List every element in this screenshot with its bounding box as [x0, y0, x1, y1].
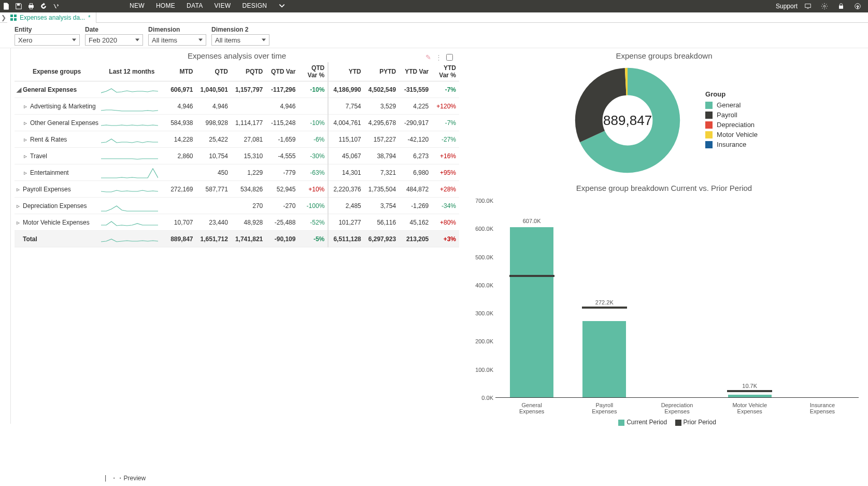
table-checkbox[interactable]	[446, 54, 453, 61]
tree-toggle-icon[interactable]: ▹	[24, 119, 29, 127]
tree-toggle-icon[interactable]: ◢	[17, 86, 22, 93]
x-label: InsuranceExpenses	[786, 402, 859, 414]
more-icon[interactable]: ⋮	[435, 53, 442, 61]
new-doc-icon[interactable]	[0, 0, 12, 12]
table-row[interactable]: ▹Motor Vehicle Expenses 10,707 23,440 48…	[15, 214, 459, 231]
col-ytd[interactable]: YTD	[328, 62, 364, 81]
table-row[interactable]: ▹Travel 2,860 10,754 15,310 -4,555 -30% …	[15, 148, 459, 164]
col-expense-groups[interactable]: Expense groups	[15, 62, 99, 81]
gear-icon[interactable]	[818, 0, 831, 12]
y-tick: 200.0K	[475, 338, 493, 344]
menu-data[interactable]: DATA	[187, 2, 203, 11]
bar-slot[interactable]: 607.0K	[495, 201, 568, 398]
filter-dimension2-label: Dimension 2	[211, 26, 269, 33]
filter-dimension-label: Dimension	[148, 26, 206, 33]
svg-rect-9	[10, 15, 13, 17]
svg-text:?: ?	[857, 5, 859, 9]
table-row[interactable]: ◢General Expenses 606,971 1,040,501 1,15…	[15, 81, 459, 98]
bar-slot[interactable]	[786, 201, 859, 398]
donut-title: Expense groups breakdown	[464, 51, 864, 60]
col-qtdvarp[interactable]: QTD Var %	[298, 62, 328, 81]
legend-item[interactable]: General	[705, 101, 758, 109]
legend-item[interactable]: Payroll	[705, 111, 758, 119]
menu-home[interactable]: HOME	[156, 2, 175, 11]
col-ytdvar[interactable]: YTD Var	[399, 62, 432, 81]
bar-slot[interactable]	[641, 201, 713, 398]
donut-chart[interactable]: 889,847	[571, 63, 685, 177]
bar-title: Expense group breakdown Current vs. Prio…	[464, 184, 864, 192]
filter-entity-dropdown[interactable]: Xero	[15, 34, 80, 46]
svg-point-5	[823, 5, 826, 7]
y-tick: 300.0K	[475, 310, 493, 316]
table-row[interactable]: ▹Payroll Expenses 272,169 587,771 534,82…	[15, 181, 459, 198]
y-tick: 400.0K	[475, 282, 493, 288]
y-tick: 0.0K	[481, 395, 493, 401]
top-toolbar: NEW HOME DATA VIEW DESIGN Support ?	[0, 0, 868, 12]
col-pytd[interactable]: PYTD	[364, 62, 399, 81]
edit-icon[interactable]: ✎	[425, 53, 431, 61]
bar-slot[interactable]: 272.2K	[568, 201, 641, 398]
svg-rect-2	[30, 4, 32, 6]
expense-table: Expense groups Last 12 months MTD QTD PQ…	[15, 62, 459, 247]
menu-design[interactable]: DESIGN	[242, 2, 267, 11]
legend-item[interactable]: Depreciation	[705, 121, 758, 129]
lock-icon[interactable]	[835, 0, 847, 12]
bar-slot[interactable]: 10.7K	[714, 201, 786, 398]
col-mtd[interactable]: MTD	[165, 62, 196, 81]
legend-item[interactable]: Motor Vehicle	[705, 131, 758, 138]
y-tick: 500.0K	[475, 254, 493, 260]
sheet-icon	[10, 15, 17, 21]
filter-date-dropdown[interactable]: Feb 2020	[85, 34, 143, 46]
tree-toggle-icon[interactable]: ▹	[24, 103, 29, 110]
svg-rect-12	[14, 18, 17, 21]
tree-toggle-icon[interactable]: ▹	[24, 152, 29, 160]
bar-legend: Current Period Prior Period	[464, 419, 864, 426]
filter-dimension-dropdown[interactable]: All items	[148, 34, 206, 46]
donut-center-value: 889,847	[571, 63, 685, 177]
preview-label: | ・・Preview	[104, 474, 146, 483]
col-last12m[interactable]: Last 12 months	[99, 62, 164, 81]
bar-chart[interactable]: 700.0K600.0K500.0K400.0K300.0K200.0K100.…	[464, 196, 864, 424]
menu-view[interactable]: VIEW	[215, 2, 231, 11]
table-row[interactable]: ▹Entertainment 450 1,229 -779 -63% 14,30…	[15, 164, 459, 181]
tree-toggle-icon[interactable]: ▹	[17, 186, 22, 193]
table-row[interactable]: ▹Other General Expenses 584,938 998,928 …	[15, 115, 459, 131]
y-tick: 100.0K	[475, 367, 493, 373]
script-icon[interactable]	[50, 0, 62, 12]
svg-rect-11	[10, 18, 13, 21]
col-qtdvar[interactable]: QTD Var	[266, 62, 298, 81]
table-row[interactable]: ▹Rent & Rates 14,228 25,422 27,081 -1,65…	[15, 131, 459, 148]
legend-item[interactable]: Insurance	[705, 141, 758, 148]
menu-new[interactable]: NEW	[130, 2, 145, 11]
table-row[interactable]: Total 889,847 1,651,712 1,741,821 -90,10…	[15, 231, 459, 247]
charts-panel: Expense groups breakdown 889,847 Group G…	[459, 48, 868, 424]
refresh-icon[interactable]	[37, 0, 50, 12]
col-qtd[interactable]: QTD	[196, 62, 231, 81]
tree-toggle-icon[interactable]: ▹	[24, 136, 29, 143]
table-row[interactable]: ▹Depreciation Expenses 270 -270 -100% 2,…	[15, 198, 459, 214]
menu-more-chevron[interactable]	[278, 2, 286, 11]
tree-toggle-icon[interactable]: ▹	[24, 169, 29, 176]
filter-dimension2-dropdown[interactable]: All items	[211, 34, 269, 46]
help-icon[interactable]: ?	[851, 0, 864, 12]
save-icon[interactable]	[12, 0, 25, 12]
print-icon[interactable]	[25, 0, 37, 12]
tree-toggle-icon[interactable]: ▹	[17, 219, 22, 226]
sheet-tab[interactable]: Expenses analysis da... *	[7, 12, 96, 23]
monitor-icon[interactable]	[802, 0, 814, 12]
donut-legend: Group GeneralPayrollDepreciationMotor Ve…	[705, 90, 758, 150]
x-label: GeneralExpenses	[495, 402, 568, 414]
tree-toggle-icon[interactable]: ▹	[17, 202, 22, 210]
table-panel: Expenses analysis over time ✎ ⋮ Expense …	[15, 48, 459, 424]
support-link[interactable]: Support	[776, 3, 798, 10]
table-row[interactable]: ▹Advertising & Marketing 4,946 4,946 4,9…	[15, 98, 459, 115]
svg-rect-0	[17, 4, 19, 6]
filter-date-label: Date	[85, 26, 143, 33]
filter-bar: Entity Xero Date Feb 2020 Dimension All …	[0, 23, 868, 48]
col-pqtd[interactable]: PQTD	[231, 62, 266, 81]
svg-rect-6	[839, 6, 843, 8]
expand-panel-icon[interactable]: ❯	[0, 14, 7, 21]
filter-entity-label: Entity	[15, 26, 80, 33]
x-label: PayrollExpenses	[568, 402, 641, 414]
col-ytdvarp[interactable]: YTD Var %	[432, 62, 459, 81]
